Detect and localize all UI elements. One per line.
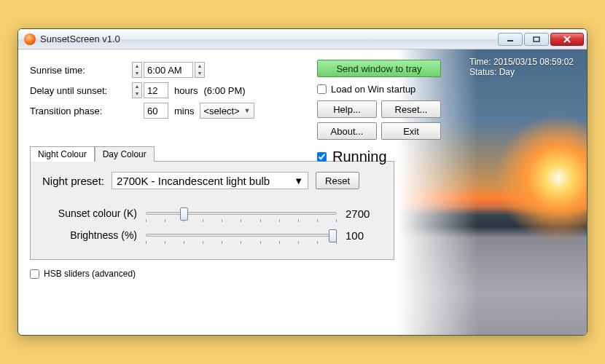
sunset-colour-slider[interactable] xyxy=(146,206,337,221)
delay-hours-input[interactable] xyxy=(144,82,168,98)
chevron-down-icon: ▼ xyxy=(294,175,303,186)
transition-mins-input[interactable] xyxy=(144,103,168,119)
night-preset-select[interactable]: 2700K - Incandescent light bulb ▼ xyxy=(112,172,308,189)
transition-label: Transition phase: xyxy=(30,106,132,116)
mins-text: mins xyxy=(174,106,194,116)
help-reset-row: Help... Reset... xyxy=(317,100,441,118)
transition-row: Transition phase: mins <select> ▼ xyxy=(30,100,575,121)
maximize-icon xyxy=(533,36,540,42)
close-icon xyxy=(563,36,571,43)
close-button[interactable] xyxy=(550,33,584,46)
sunset-colour-label: Sunset colour (K) xyxy=(42,207,137,219)
app-icon xyxy=(24,33,36,45)
hours-text: hours xyxy=(174,85,198,96)
running-row: Running xyxy=(317,149,441,165)
sunset-colour-row: Sunset colour (K) 2700 xyxy=(42,202,382,224)
help-button[interactable]: Help... xyxy=(317,100,377,118)
hsb-row[interactable]: HSB sliders (advanced) xyxy=(30,269,575,279)
hsb-checkbox[interactable] xyxy=(30,269,39,279)
delay-spinner[interactable]: ▲▼ xyxy=(132,82,142,98)
sunrise-hour-spinner[interactable]: ▲▼ xyxy=(132,62,142,78)
svg-rect-0 xyxy=(507,40,513,41)
status-day: Status: Day xyxy=(469,67,574,77)
load-on-startup-checkbox[interactable] xyxy=(317,84,327,94)
tab-day-colour[interactable]: Day Colour xyxy=(95,146,155,162)
brightness-value: 100 xyxy=(346,229,382,242)
window-title: SunsetScreen v1.0 xyxy=(40,33,120,44)
sunrise-time-input[interactable] xyxy=(144,62,193,78)
sunset-colour-value: 2700 xyxy=(346,207,382,220)
about-exit-row: About... Exit xyxy=(317,122,441,140)
brightness-row: Brightness (%) 100 xyxy=(42,224,382,246)
night-colour-panel: Night preset: 2700K - Incandescent light… xyxy=(30,161,394,260)
about-button[interactable]: About... xyxy=(317,122,377,140)
app-window: SunsetScreen v1.0 Time: 2015/03/15 08:59… xyxy=(17,28,588,336)
load-on-startup-label: Load on Win startup xyxy=(331,84,415,95)
delay-pm-text: (6:00 PM) xyxy=(204,85,246,96)
status-time: Time: 2015/03/15 08:59:02 xyxy=(469,57,574,67)
brightness-label: Brightness (%) xyxy=(42,229,137,241)
svg-rect-1 xyxy=(534,37,539,41)
load-on-startup-row[interactable]: Load on Win startup xyxy=(317,82,441,96)
transition-select[interactable]: <select> ▼ xyxy=(200,103,254,119)
right-column: Send window to tray Load on Win startup … xyxy=(317,60,441,165)
running-checkbox[interactable] xyxy=(317,152,327,162)
send-to-tray-button[interactable]: Send window to tray xyxy=(317,60,441,77)
minimize-button[interactable] xyxy=(498,33,523,46)
preset-label: Night preset: xyxy=(42,175,104,187)
hsb-label: HSB sliders (advanced) xyxy=(44,269,136,279)
sunrise-min-spinner[interactable]: ▲▼ xyxy=(195,62,205,78)
transition-select-value: <select> xyxy=(203,106,239,116)
minimize-icon xyxy=(507,36,514,42)
window-controls xyxy=(498,33,584,46)
maximize-button[interactable] xyxy=(524,33,549,46)
running-label: Running xyxy=(332,149,387,165)
sunrise-label: Sunrise time: xyxy=(30,65,132,76)
status-overlay: Time: 2015/03/15 08:59:02 Status: Day xyxy=(469,57,574,77)
preset-reset-button[interactable]: Reset xyxy=(316,172,359,189)
titlebar[interactable]: SunsetScreen v1.0 xyxy=(18,29,587,50)
preset-row: Night preset: 2700K - Incandescent light… xyxy=(42,172,382,189)
reset-button[interactable]: Reset... xyxy=(381,100,441,118)
exit-button[interactable]: Exit xyxy=(381,122,441,140)
night-preset-value: 2700K - Incandescent light bulb xyxy=(117,175,270,187)
tab-night-colour[interactable]: Night Colour xyxy=(30,146,95,162)
delay-row: Delay until sunset: ▲▼ hours (6:00 PM) xyxy=(30,80,575,100)
delay-label: Delay until sunset: xyxy=(30,85,132,96)
brightness-slider[interactable] xyxy=(146,228,337,242)
chevron-down-icon: ▼ xyxy=(244,107,251,114)
content-area: Time: 2015/03/15 08:59:02 Status: Day Su… xyxy=(18,50,587,335)
